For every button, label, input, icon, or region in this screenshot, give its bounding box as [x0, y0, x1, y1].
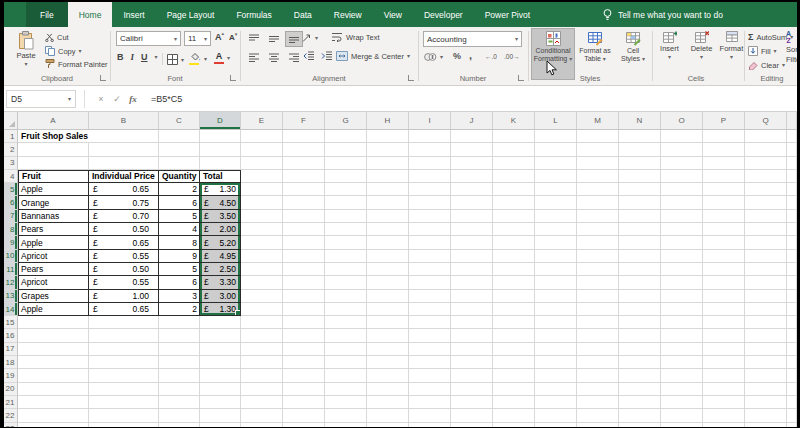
- cell-J3[interactable]: [451, 157, 493, 170]
- cell-x22[interactable]: [787, 409, 797, 422]
- cell-Q3[interactable]: [745, 157, 787, 170]
- cell-x13[interactable]: [787, 290, 797, 303]
- cell-L1[interactable]: [535, 130, 577, 143]
- row-header-15[interactable]: 15: [4, 316, 18, 329]
- cell-J1[interactable]: [451, 130, 493, 143]
- cell-Q12[interactable]: [745, 276, 787, 289]
- cell-F21[interactable]: [283, 396, 325, 409]
- cell-N4[interactable]: [619, 170, 661, 183]
- cell-A21[interactable]: [18, 396, 89, 409]
- cell-N11[interactable]: [619, 263, 661, 276]
- cell-G15[interactable]: [325, 316, 367, 329]
- cell-F15[interactable]: [283, 316, 325, 329]
- column-header-L[interactable]: L: [535, 112, 577, 130]
- cell-J8[interactable]: [451, 223, 493, 236]
- cell-Q4[interactable]: [745, 170, 787, 183]
- cell-A4[interactable]: Fruit: [18, 170, 89, 183]
- cell-K3[interactable]: [493, 157, 535, 170]
- row-header-18[interactable]: 18: [4, 356, 18, 369]
- cell-I3[interactable]: [409, 157, 451, 170]
- cell-M7[interactable]: [577, 210, 619, 223]
- middle-align-button[interactable]: [266, 32, 282, 46]
- cell-Q16[interactable]: [745, 329, 787, 342]
- cell-C7[interactable]: 5: [159, 210, 200, 223]
- cell-N15[interactable]: [619, 316, 661, 329]
- cell-B3[interactable]: [89, 157, 159, 170]
- cell-Q6[interactable]: [745, 196, 787, 209]
- tab-home[interactable]: Home: [68, 2, 113, 27]
- cell-L8[interactable]: [535, 223, 577, 236]
- cell-A7[interactable]: Bannanas: [18, 210, 89, 223]
- cell-Q10[interactable]: [745, 250, 787, 263]
- cell-N2[interactable]: [619, 143, 661, 156]
- font-color-button[interactable]: A ▾: [214, 52, 230, 64]
- cell-A22[interactable]: [18, 409, 89, 422]
- cell-G9[interactable]: [325, 236, 367, 249]
- cell-O14[interactable]: [661, 303, 703, 316]
- cell-Q15[interactable]: [745, 316, 787, 329]
- cell-E11[interactable]: [241, 263, 283, 276]
- cell-H3[interactable]: [367, 157, 409, 170]
- cell-B20[interactable]: [89, 383, 159, 396]
- cell-F16[interactable]: [283, 329, 325, 342]
- cell-Q14[interactable]: [745, 303, 787, 316]
- cell-A15[interactable]: [18, 316, 89, 329]
- insert-function-button[interactable]: fx: [125, 94, 141, 104]
- cell-L13[interactable]: [535, 290, 577, 303]
- cell-K11[interactable]: [493, 263, 535, 276]
- cell-Q1[interactable]: [745, 130, 787, 143]
- cell-G2[interactable]: [325, 143, 367, 156]
- cell-I14[interactable]: [409, 303, 451, 316]
- cell-P17[interactable]: [703, 343, 745, 356]
- grow-font-button[interactable]: A▴: [215, 32, 224, 42]
- cell-x9[interactable]: [787, 236, 797, 249]
- cell-F18[interactable]: [283, 356, 325, 369]
- cell-O8[interactable]: [661, 223, 703, 236]
- cell-D15[interactable]: [200, 316, 241, 329]
- name-box[interactable]: D5 ▾: [6, 90, 76, 108]
- cell-B17[interactable]: [89, 343, 159, 356]
- cell-K7[interactable]: [493, 210, 535, 223]
- cell-I10[interactable]: [409, 250, 451, 263]
- cell-G19[interactable]: [325, 369, 367, 382]
- cell-E10[interactable]: [241, 250, 283, 263]
- tab-review[interactable]: Review: [323, 2, 373, 27]
- cancel-button[interactable]: ×: [93, 94, 109, 104]
- cell-K5[interactable]: [493, 183, 535, 196]
- font-dialog-launcher[interactable]: [230, 75, 236, 81]
- cell-E19[interactable]: [241, 369, 283, 382]
- cell-M4[interactable]: [577, 170, 619, 183]
- cell-H10[interactable]: [367, 250, 409, 263]
- cell-D23[interactable]: [200, 423, 241, 427]
- cell-C8[interactable]: 4: [159, 223, 200, 236]
- enter-button[interactable]: ✓: [109, 94, 125, 104]
- align-left-button[interactable]: [246, 51, 262, 65]
- cell-G7[interactable]: [325, 210, 367, 223]
- cell-B15[interactable]: [89, 316, 159, 329]
- cell-C11[interactable]: 5: [159, 263, 200, 276]
- row-header-19[interactable]: 19: [4, 369, 18, 382]
- cell-B10[interactable]: £0.55: [89, 250, 159, 263]
- cell-D5[interactable]: £1.30: [200, 183, 241, 196]
- cell-Q8[interactable]: [745, 223, 787, 236]
- cell-A3[interactable]: [18, 157, 89, 170]
- cell-M2[interactable]: [577, 143, 619, 156]
- cell-K13[interactable]: [493, 290, 535, 303]
- cell-E8[interactable]: [241, 223, 283, 236]
- cell-B6[interactable]: £0.75: [89, 196, 159, 209]
- cell-L2[interactable]: [535, 143, 577, 156]
- cell-P22[interactable]: [703, 409, 745, 422]
- font-size-select[interactable]: 11▾: [184, 31, 211, 46]
- cell-x12[interactable]: [787, 276, 797, 289]
- cell-J4[interactable]: [451, 170, 493, 183]
- cell-x14[interactable]: [787, 303, 797, 316]
- cell-x16[interactable]: [787, 329, 797, 342]
- cell-C16[interactable]: [159, 329, 200, 342]
- cell-K21[interactable]: [493, 396, 535, 409]
- cell-O23[interactable]: [661, 423, 703, 427]
- column-header-E[interactable]: E: [241, 112, 283, 130]
- alignment-dialog-launcher[interactable]: [408, 75, 414, 81]
- bold-button[interactable]: B: [117, 52, 124, 62]
- cell-A14[interactable]: Apple: [18, 303, 89, 316]
- cell-K12[interactable]: [493, 276, 535, 289]
